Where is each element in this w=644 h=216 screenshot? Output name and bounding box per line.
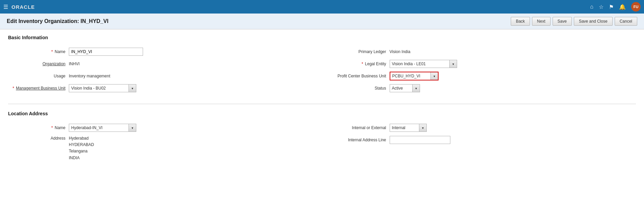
mgmt-bu-select[interactable]: Vision India - BU02 ▾ (69, 84, 136, 92)
address-line-1: Hyderabad (69, 135, 94, 142)
header-buttons: Back Next Save Save and Close Cancel (511, 17, 637, 26)
internal-address-label: Internal Address Line (329, 138, 390, 142)
location-grid: * Name Hyderabad-IN_VI ▾ Address Hyderab… (8, 123, 636, 164)
organization-value: INHVI (69, 62, 80, 66)
flag-icon[interactable]: ⚑ (609, 4, 614, 10)
legal-entity-row: * Legal Entity Vision India - LE01 ▾ (329, 59, 636, 69)
address-line-3: Telangana (69, 148, 94, 154)
internal-external-select[interactable]: Internal ▾ (390, 124, 427, 132)
primary-ledger-label: Primary Ledger (329, 49, 390, 54)
location-name-select[interactable]: Hyderabad-IN_VI ▾ (69, 124, 136, 132)
profit-center-label: Profit Center Business Unit (329, 74, 390, 78)
mgmt-bu-required-star: * (12, 86, 14, 91)
location-name-row: * Name Hyderabad-IN_VI ▾ (8, 123, 315, 133)
name-input[interactable] (69, 48, 143, 56)
back-button[interactable]: Back (511, 17, 530, 26)
legal-entity-required-star: * (362, 62, 363, 66)
main-content: Basic Information * Name Organization (0, 29, 644, 216)
mgmt-bu-value: Vision India - BU02 (69, 85, 129, 92)
basic-info-right: Primary Ledger Vision India * Legal Enti… (329, 47, 636, 96)
name-label: * Name (8, 49, 69, 54)
mgmt-bu-label: * Management Business Unit (8, 86, 69, 91)
basic-info-title: Basic Information (8, 35, 636, 42)
basic-info-left: * Name Organization INHVI Usage Inventor… (8, 47, 315, 96)
name-row: * Name (8, 47, 315, 56)
legal-entity-label: * Legal Entity (329, 62, 390, 66)
page-header: Edit Inventory Organization: IN_HYD_VI B… (0, 14, 644, 29)
save-button[interactable]: Save (553, 17, 572, 26)
oracle-logo: ORACLE (11, 4, 35, 10)
home-icon[interactable]: ⌂ (590, 4, 593, 10)
address-block: Hyderabad HYDERABAD Telangana INDIA (69, 135, 94, 161)
status-select[interactable]: Active ▾ (390, 84, 420, 92)
profit-center-value: PCBU_HYD_VI (390, 73, 430, 79)
legal-entity-dropdown-icon[interactable]: ▾ (449, 60, 457, 68)
mgmt-bu-row: * Management Business Unit Vision India … (8, 83, 315, 93)
status-label: Status (329, 86, 390, 91)
location-name-value: Hyderabad-IN_VI (69, 124, 129, 131)
next-button[interactable]: Next (532, 17, 551, 26)
status-value: Active (390, 85, 412, 92)
star-icon[interactable]: ☆ (599, 4, 604, 10)
address-line-2: HYDERABAD (69, 142, 94, 148)
legal-entity-select[interactable]: Vision India - LE01 ▾ (390, 60, 457, 68)
profit-center-row: Profit Center Business Unit PCBU_HYD_VI … (329, 71, 636, 81)
primary-ledger-value: Vision India (390, 49, 411, 54)
profit-center-dropdown-icon[interactable]: ▾ (430, 72, 438, 80)
mgmt-bu-dropdown-icon[interactable]: ▾ (129, 85, 136, 92)
topbar-right: ⌂ ☆ ⚑ 🔔 FU (590, 2, 641, 11)
location-section: Location Address * Name Hyderabad-IN_VI … (8, 111, 636, 164)
usage-label: Usage (8, 74, 69, 78)
page-title: Edit Inventory Organization: IN_HYD_VI (7, 18, 108, 24)
basic-info-section: Basic Information * Name Organization (8, 35, 636, 96)
status-dropdown-icon[interactable]: ▾ (412, 85, 420, 92)
location-name-required-star: * (51, 125, 53, 130)
profit-center-select[interactable]: PCBU_HYD_VI ▾ (390, 72, 439, 80)
name-required-star: * (51, 49, 53, 54)
usage-row: Usage Inventory management (8, 71, 315, 81)
hamburger-icon[interactable]: ☰ (3, 4, 8, 10)
status-row: Status Active ▾ (329, 83, 636, 93)
organization-row: Organization INHVI (8, 59, 315, 69)
cancel-button[interactable]: Cancel (615, 17, 637, 26)
section-divider (8, 104, 636, 104)
internal-address-input[interactable] (390, 136, 450, 144)
topbar: ☰ ORACLE ⌂ ☆ ⚑ 🔔 FU (0, 0, 644, 14)
legal-entity-value: Vision India - LE01 (390, 61, 449, 67)
primary-ledger-row: Primary Ledger Vision India (329, 47, 636, 56)
internal-external-row: Internal or External Internal ▾ (329, 123, 636, 133)
internal-external-value: Internal (390, 124, 419, 131)
bell-icon[interactable]: 🔔 (619, 4, 626, 10)
address-label: Address (8, 135, 69, 141)
address-line-4: INDIA (69, 155, 94, 161)
internal-external-label: Internal or External (329, 125, 390, 130)
topbar-left: ☰ ORACLE (3, 4, 35, 10)
location-left: * Name Hyderabad-IN_VI ▾ Address Hyderab… (8, 123, 315, 164)
internal-external-dropdown-icon[interactable]: ▾ (419, 124, 426, 131)
address-row: Address Hyderabad HYDERABAD Telangana IN… (8, 135, 315, 161)
location-title: Location Address (8, 111, 636, 118)
usage-value: Inventory management (69, 74, 110, 78)
organization-label: Organization (8, 62, 69, 66)
basic-info-grid: * Name Organization INHVI Usage Inventor… (8, 47, 636, 96)
user-avatar[interactable]: FU (631, 2, 641, 11)
internal-address-row: Internal Address Line (329, 135, 636, 145)
location-right: Internal or External Internal ▾ Internal… (329, 123, 636, 164)
location-name-label: * Name (8, 125, 69, 130)
location-name-dropdown-icon[interactable]: ▾ (129, 124, 136, 131)
save-and-close-button[interactable]: Save and Close (574, 17, 613, 26)
